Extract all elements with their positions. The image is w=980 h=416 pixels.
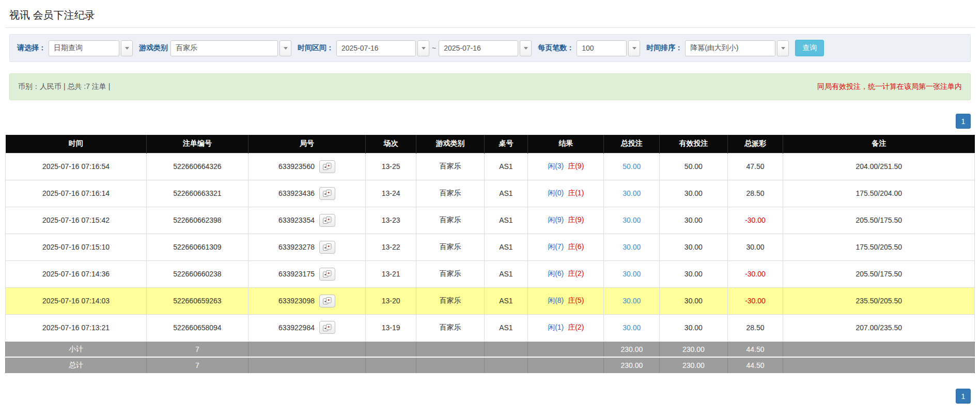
total-bet-link[interactable]: 30.00: [623, 216, 641, 224]
total-total-bet: 230.00: [604, 357, 660, 373]
cell-game-type: 百家乐: [416, 287, 484, 314]
cell-result: 闲(1) 庄(2): [528, 314, 604, 341]
total-bet-link[interactable]: 30.00: [623, 189, 641, 197]
round-number: 633923436: [278, 189, 315, 197]
chevron-down-icon: [632, 47, 636, 50]
col-header-bet-id: 注单编号: [146, 135, 248, 153]
cell-remark: 205.50/175.50: [783, 260, 975, 287]
game-type-select[interactable]: 百家乐: [170, 40, 278, 56]
chevron-down-icon: [125, 47, 129, 50]
cell-round: 633923175: [248, 260, 365, 287]
cell-bet-id: 522660662398: [146, 207, 248, 234]
cards-icon: [323, 270, 332, 278]
cards-icon: [323, 217, 332, 224]
date-query-select[interactable]: 日期查询: [49, 40, 119, 56]
player-result: 闲(1): [548, 323, 564, 331]
table-header: 时间 注单编号 局号 场次 游戏类别 桌号 结果 总投注 有效投注 总派彩 备注: [6, 135, 975, 153]
cell-total-bet: 30.00: [604, 180, 660, 207]
cell-time: 2025-07-16 07:15:10: [6, 234, 147, 260]
table-row[interactable]: 2025-07-16 07:14:03 522660659263 6339230…: [6, 287, 975, 314]
page-1-button[interactable]: 1: [956, 389, 971, 404]
title-divider: [5, 27, 975, 28]
total-valid-bet: 230.00: [660, 357, 727, 373]
cell-session: 13-24: [365, 180, 416, 207]
date-to-dropdown-button[interactable]: [520, 40, 532, 56]
cards-icon: [323, 163, 332, 170]
page-size-input[interactable]: [577, 40, 627, 56]
cell-table-no: AS1: [484, 153, 527, 180]
cell-game-type: 百家乐: [416, 234, 484, 260]
result-cards-icon-button[interactable]: [319, 241, 335, 254]
banker-result: 庄(6): [568, 242, 584, 251]
result-cards-icon-button[interactable]: [319, 268, 335, 281]
table-row[interactable]: 2025-07-16 07:16:54 522660664326 6339235…: [6, 153, 975, 180]
table-row[interactable]: 2025-07-16 07:15:10 522660661309 6339232…: [6, 234, 975, 260]
player-result: 闲(8): [548, 296, 564, 304]
cell-remark: 207.00/235.50: [783, 314, 975, 341]
date-from-input[interactable]: [336, 40, 416, 56]
cell-round: 633923354: [248, 207, 365, 234]
result-cards-icon-button[interactable]: [319, 214, 335, 227]
table-row[interactable]: 2025-07-16 07:14:36 522660660238 6339231…: [6, 260, 975, 287]
col-header-time: 时间: [6, 135, 147, 153]
sort-select[interactable]: 降冪(由大到小): [685, 40, 775, 56]
cell-total-bet: 50.00: [604, 153, 660, 180]
date-query-dropdown-button[interactable]: [121, 40, 133, 56]
total-bet-link[interactable]: 30.00: [623, 323, 641, 332]
total-bet-link[interactable]: 30.00: [623, 270, 641, 278]
sort-dropdown-button[interactable]: [777, 40, 789, 56]
subtotal-label: 小计: [6, 341, 147, 357]
cell-remark: 204.00/251.50: [783, 153, 975, 180]
sort-combobox: 降冪(由大到小): [685, 40, 789, 56]
cell-time: 2025-07-16 07:16:14: [6, 180, 147, 207]
round-number: 633923278: [278, 243, 315, 251]
col-header-valid-bet: 有效投注: [660, 135, 727, 153]
date-from-dropdown-button[interactable]: [417, 40, 429, 56]
cell-session: 13-22: [365, 234, 416, 260]
cell-time: 2025-07-16 07:14:03: [6, 287, 147, 314]
table-row[interactable]: 2025-07-16 07:13:21 522660658094 6339229…: [6, 314, 975, 341]
chevron-down-icon: [781, 47, 785, 50]
date-to-combobox: [439, 40, 532, 56]
col-header-table-no: 桌号: [484, 135, 527, 153]
round-number: 633923175: [278, 270, 315, 278]
cell-bet-id: 522660660238: [146, 260, 248, 287]
cell-round: 633923560: [248, 153, 365, 180]
col-header-total-bet: 总投注: [604, 135, 660, 153]
result-cards-icon-button[interactable]: [319, 321, 335, 334]
date-range-separator: ~: [432, 44, 436, 52]
total-payout: 44.50: [727, 357, 783, 373]
table-row[interactable]: 2025-07-16 07:16:14 522660663321 6339234…: [6, 180, 975, 207]
cell-table-no: AS1: [484, 207, 527, 234]
subtotal-valid-bet: 230.00: [660, 341, 727, 357]
cell-remark: 205.50/175.50: [783, 207, 975, 234]
summary-bar: 币别：人民币 | 总共 :7 注单 | 同局有效投注，统一计算在该局第一张注单内: [9, 73, 971, 100]
total-bet-link[interactable]: 50.00: [623, 162, 641, 171]
cell-remark: 235.50/205.50: [783, 287, 975, 314]
cell-payout: -30.00: [727, 287, 783, 314]
chevron-down-icon: [284, 47, 288, 50]
date-query-combobox: 日期查询: [49, 40, 133, 56]
total-bet-link[interactable]: 30.00: [623, 243, 641, 251]
page-1-button[interactable]: 1: [956, 114, 971, 129]
cell-round: 633922984: [248, 314, 365, 341]
cell-session: 13-21: [365, 260, 416, 287]
date-to-input[interactable]: [439, 40, 518, 56]
cell-total-bet: 30.00: [604, 314, 660, 341]
date-from-combobox: [336, 40, 429, 56]
search-button[interactable]: 查询: [795, 40, 824, 56]
result-cards-icon-button[interactable]: [319, 160, 335, 173]
table-row[interactable]: 2025-07-16 07:15:42 522660662398 6339233…: [6, 207, 975, 234]
cell-game-type: 百家乐: [416, 180, 484, 207]
result-cards-icon-button[interactable]: [319, 295, 335, 307]
cell-game-type: 百家乐: [416, 260, 484, 287]
cell-game-type: 百家乐: [416, 207, 484, 234]
page-size-dropdown-button[interactable]: [628, 40, 640, 56]
cell-valid-bet: 30.00: [660, 287, 727, 314]
cell-valid-bet: 30.00: [660, 314, 727, 341]
game-type-dropdown-button[interactable]: [279, 40, 291, 56]
total-bet-link[interactable]: 30.00: [623, 297, 641, 305]
currency-summary-text: 币别：人民币 | 总共 :7 注单 |: [18, 82, 110, 91]
result-cards-icon-button[interactable]: [319, 187, 335, 200]
subtotal-payout: 44.50: [727, 341, 783, 357]
